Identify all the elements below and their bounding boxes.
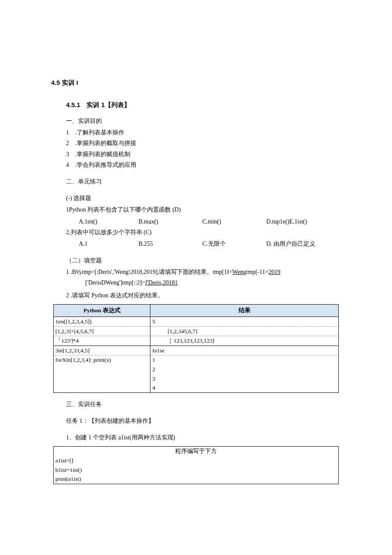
cell-expr: 1en([1,2,3,4,5]) [54,317,150,327]
cell-result: ｜123,123,123,123] [150,336,339,346]
cell-result: 1 2 3 4 [150,355,339,392]
heading-goals: 一、实训目的 [66,116,339,126]
option-a: A.1en() [79,216,138,227]
option-b: B.max() [138,216,202,227]
question-2: 2.列表中可以放多少个字符串 (C) [66,227,339,238]
option-c: C.无限个 [202,238,266,249]
subheading-fill: （二）填空题 [66,255,339,266]
cell-result: [1,2,345,6,7] [150,326,339,336]
document-page: 4.5 实训 I 4.5.1 实训 1【列表】 一、实训目的 1 .了解列表基本… [0,0,392,506]
cell-expr: [1,2,3]+[4,5,6,7] [54,326,150,336]
code-line: b1ist=1ist() [54,465,339,475]
question-1-options: A.1en() B.max() C.min() D.tup1e()E.1ist(… [79,216,339,227]
option-c: C.min() [202,216,266,227]
cell-result: fa1se [150,346,339,355]
code-box-header: 程序编写于下方 [54,447,339,456]
cell-expr: forXin[1,2,3,4]: print(x) [54,355,150,392]
table-row: 「123']*4 ｜123,123,123,123] [54,336,339,346]
fill-question-1: 1 .B⅟₂tmp=[:Deris','Weng\2018,2019],请填写下… [66,267,339,277]
goal-item: 4 .学会列表推导式的应用 [66,160,339,170]
table-row: 3in[1,2,33,4,5] fa1se [54,346,339,355]
question-2-options: A.1 B.255 C.无限个 D. 由用户自己定义 [79,238,339,249]
goal-item: 2 .掌握列表的截取与拼接 [66,138,339,148]
section-title: 4.5 实训 I [51,77,339,88]
heading-exercises: 二、单元练习 [66,176,339,187]
fill-question-1-line2: ['DerisDWeng']tmp[::2]=f'Deris,20181 [85,277,339,288]
option-d: D. 由用户自己定义 [266,238,315,249]
table-header-row: Python 表达式 结果 [54,304,339,317]
table-row: [1,2,3]+[4,5,6,7] [1,2,345,6,7] [54,326,339,336]
code-line: a1ist=[] [54,456,339,465]
cell-expr: 「123']*4 [54,336,150,346]
task-1-step: 1、创建 1 个空列表 a1ist(用两种方法实现) [66,432,339,443]
subheading-choice: (-) 选择题 [66,193,339,203]
col-header-expr: Python 表达式 [54,304,150,317]
table-row: forXin[1,2,3,4]: print(x) 1 2 3 4 [54,355,339,392]
code-box: 程序编写于下方 a1ist=[] b1ist=1ist() print(a1is… [53,446,339,484]
code-line: print(a1ist) [54,474,339,484]
option-d: D.tup1e()E.1ist() [266,216,307,227]
expression-result-table: Python 表达式 结果 1en([1,2,3,4,5]) 5 [1,2,3]… [53,304,339,393]
goal-item: 1 .了解列表基本操作 [66,127,339,138]
heading-tasks: 三、实训任务 [66,399,339,410]
option-a: A.1 [79,238,138,249]
cell-result: 5 [150,317,339,327]
subsection-title: 4.5.1 实训 1【列表】 [66,99,339,110]
col-header-result: 结果 [150,304,339,317]
fill-question-2: 2 .请填写 Python 表达式对应的结果。 [66,290,339,301]
cell-expr: 3in[1,2,33,4,5] [54,346,150,355]
option-b: B.255 [138,238,202,249]
goal-item: 3 .掌握列表的赋值机制 [66,149,339,160]
question-1: 1Python 列表不包含了以下哪个内置函数 (D) [66,204,339,215]
task-1-title: 任务 1：【列表创建的基本操作】 [66,416,339,426]
table-row: 1en([1,2,3,4,5]) 5 [54,317,339,327]
